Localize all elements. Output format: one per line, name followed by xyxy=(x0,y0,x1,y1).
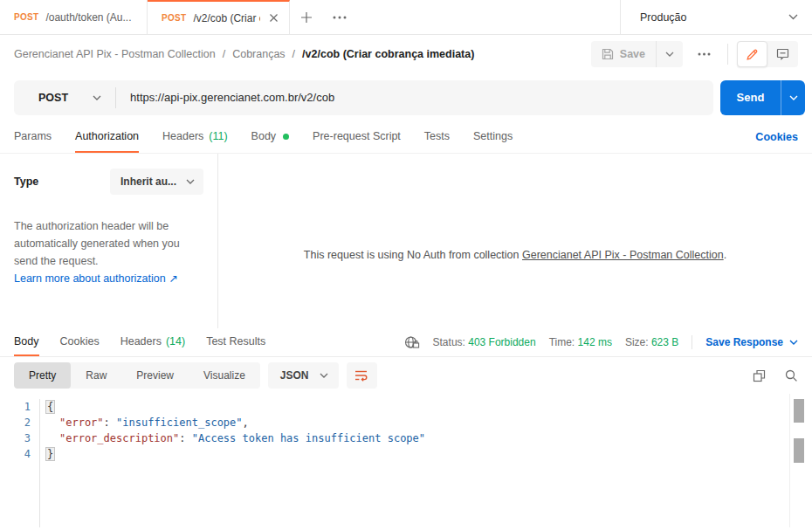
send-button-group: Send xyxy=(720,80,805,115)
view-mode-segmented-control: Pretty Raw Preview Visualize xyxy=(14,362,260,389)
chevron-down-icon xyxy=(788,14,798,20)
code-line: "error_description": "Access token has i… xyxy=(46,430,425,446)
response-body-editor: 1 2 3 4 { "error": "insufficient_scope",… xyxy=(0,394,812,527)
line-number: 2 xyxy=(0,415,31,430)
line-number: 3 xyxy=(0,430,31,446)
tab-label: Test Results xyxy=(206,335,265,348)
url-input[interactable]: https://api-pix.gerencianet.com.br/v2/co… xyxy=(116,91,334,104)
request-tab-v2cob[interactable]: POST /v2/cob (Criar co... xyxy=(148,0,290,34)
send-button[interactable]: Send xyxy=(720,80,781,115)
headers-count-badge: (14) xyxy=(166,335,185,348)
format-dropdown[interactable]: JSON xyxy=(268,362,339,389)
response-tab-body[interactable]: Body xyxy=(14,328,39,356)
method-badge: POST xyxy=(162,13,186,23)
wrap-lines-icon xyxy=(354,369,368,382)
request-header: Gerencianet API Pix - Postman Collection… xyxy=(0,35,812,73)
save-icon xyxy=(602,48,614,60)
divider xyxy=(727,44,728,65)
json-response-body: { "error": "insufficient_scope", "error_… xyxy=(40,399,425,527)
view-pretty-button[interactable]: Pretty xyxy=(14,362,71,389)
tab-label: Headers xyxy=(162,130,203,142)
chevron-down-icon xyxy=(186,179,195,184)
breadcrumb-separator: / xyxy=(292,48,295,60)
scrollbar-thumb[interactable] xyxy=(794,438,804,463)
environment-name: Produção xyxy=(640,11,687,24)
tab-params[interactable]: Params xyxy=(14,121,52,153)
comment-icon xyxy=(776,48,789,60)
breadcrumb-folder[interactable]: Cobranças xyxy=(232,48,285,60)
save-button-label: Save xyxy=(620,48,645,60)
size-badge: Size: 623 B xyxy=(625,336,678,348)
save-response-label: Save Response xyxy=(705,336,783,348)
method-selector[interactable]: POST xyxy=(14,92,115,104)
save-options-button[interactable] xyxy=(656,41,683,67)
code-line: "error": "insufficient_scope", xyxy=(46,415,425,430)
new-tab-button[interactable] xyxy=(290,0,323,34)
tab-label: Tests xyxy=(424,130,450,142)
request-url-bar: POST https://api-pix.gerencianet.com.br/… xyxy=(0,73,812,121)
response-tab-headers[interactable]: Headers (14) xyxy=(120,328,185,356)
search-icon[interactable] xyxy=(785,369,798,382)
view-visualize-button[interactable]: Visualize xyxy=(189,362,260,389)
url-box: POST https://api-pix.gerencianet.com.br/… xyxy=(14,80,713,115)
network-info-icon[interactable] xyxy=(404,335,420,349)
tab-body[interactable]: Body xyxy=(251,121,290,153)
method-badge: POST xyxy=(14,12,38,22)
view-raw-button[interactable]: Raw xyxy=(71,362,121,389)
response-meta: Status: 403 Forbidden Time: 142 ms Size:… xyxy=(404,328,798,356)
authorization-panel: Type Inherit au... The authorization hea… xyxy=(0,154,812,328)
code-line: } xyxy=(46,446,425,462)
header-actions: Save xyxy=(591,41,798,67)
line-number: 4 xyxy=(0,446,31,462)
tab-label: /v2/cob (Criar co... xyxy=(193,12,260,24)
breadcrumb-separator: / xyxy=(223,48,225,60)
chevron-down-icon xyxy=(789,340,798,345)
pencil-icon xyxy=(746,48,759,61)
tab-label: /oauth/token (Au... xyxy=(45,11,131,24)
cookies-link[interactable]: Cookies xyxy=(755,121,798,153)
chevron-down-icon xyxy=(665,52,674,57)
view-preview-button[interactable]: Preview xyxy=(121,362,189,389)
auth-description: The authorization header will be automat… xyxy=(14,217,203,270)
auth-inherit-message-area: This request is using No Auth from colle… xyxy=(218,154,812,328)
line-number-gutter: 1 2 3 4 xyxy=(0,399,40,527)
tab-settings[interactable]: Settings xyxy=(473,121,513,153)
wrap-lines-button[interactable] xyxy=(347,362,377,389)
save-button-group: Save xyxy=(591,41,683,67)
auth-type-value: Inherit au... xyxy=(120,176,176,188)
response-toolbar: Pretty Raw Preview Visualize JSON xyxy=(0,357,812,394)
send-options-button[interactable] xyxy=(781,80,805,115)
more-options-icon[interactable] xyxy=(690,52,719,56)
tab-tests[interactable]: Tests xyxy=(424,121,450,153)
breadcrumb-collection[interactable]: Gerencianet API Pix - Postman Collection xyxy=(14,48,216,60)
authorization-type-column: Type Inherit au... The authorization hea… xyxy=(0,154,218,328)
response-tab-cookies[interactable]: Cookies xyxy=(60,328,100,356)
comment-button[interactable] xyxy=(767,41,798,67)
method-label: POST xyxy=(38,92,68,104)
response-header: Body Cookies Headers (14) Test Results S… xyxy=(0,328,812,357)
external-link-icon: ↗ xyxy=(169,272,177,285)
close-icon[interactable] xyxy=(267,11,280,24)
time-badge: Time: 142 ms xyxy=(549,336,612,348)
auth-type-dropdown[interactable]: Inherit au... xyxy=(110,169,203,195)
breadcrumb-request-name: /v2/cob (Criar cobrança imediata) xyxy=(302,48,474,60)
save-response-button[interactable]: Save Response xyxy=(705,336,798,348)
tab-label: Body xyxy=(14,335,39,348)
response-tab-test-results[interactable]: Test Results xyxy=(206,328,265,356)
tab-pre-request-script[interactable]: Pre-request Script xyxy=(313,121,401,153)
edit-request-button[interactable] xyxy=(737,41,767,67)
learn-more-link[interactable]: Learn more about authorization ↗ xyxy=(14,272,178,285)
scrollbar-thumb[interactable] xyxy=(794,399,804,423)
copy-icon[interactable] xyxy=(753,369,766,382)
environment-selector[interactable]: Produção xyxy=(620,0,812,34)
tab-headers[interactable]: Headers (11) xyxy=(162,121,228,153)
scrollbar-track xyxy=(789,394,790,527)
tab-authorization[interactable]: Authorization xyxy=(75,121,139,153)
tab-label: Pre-request Script xyxy=(313,130,401,142)
collection-link[interactable]: Gerencianet API Pix - Postman Collection xyxy=(522,249,724,261)
request-tab-oauth-token[interactable]: POST /oauth/token (Au... xyxy=(0,0,148,34)
save-button[interactable]: Save xyxy=(591,41,656,67)
status-badge: Status: 403 Forbidden xyxy=(433,336,536,348)
headers-count-badge: (11) xyxy=(209,130,227,142)
tab-options-icon[interactable] xyxy=(323,0,356,34)
